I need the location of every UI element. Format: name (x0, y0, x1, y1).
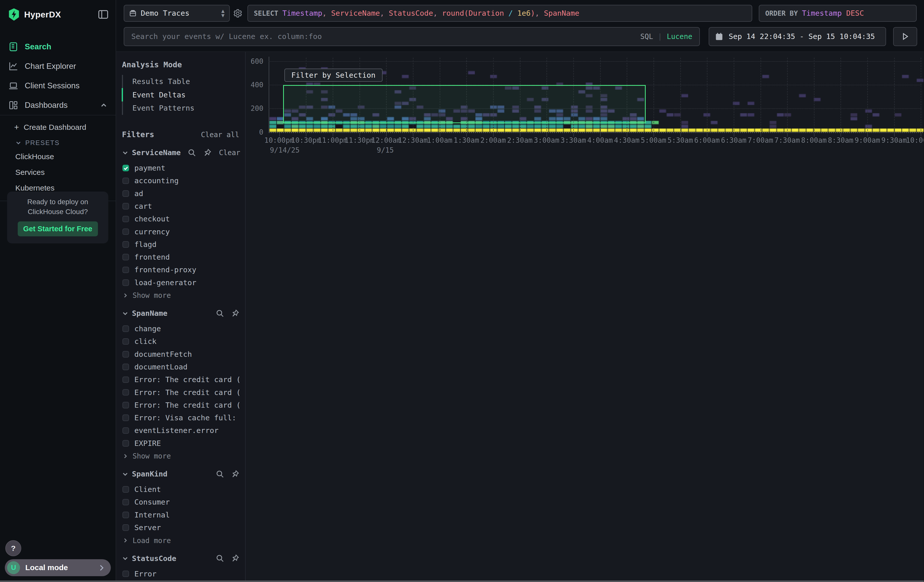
checkbox[interactable] (122, 414, 129, 421)
filter-option-expire[interactable]: EXPIRE (122, 437, 239, 450)
pin-icon[interactable] (231, 309, 239, 318)
clear-all-button[interactable]: Clear all (201, 130, 239, 139)
checkbox[interactable] (122, 364, 129, 370)
filter-option-error[interactable]: Error (122, 567, 239, 580)
sql-toggle[interactable]: SQL (640, 32, 653, 41)
filter-option-click[interactable]: click (122, 335, 239, 348)
checkbox[interactable] (122, 178, 129, 184)
checkbox[interactable] (122, 351, 129, 358)
gear-icon[interactable] (233, 8, 243, 18)
filter-option-eventlistener-error[interactable]: eventListener.error (122, 424, 239, 437)
horizontal-scrollbar[interactable] (0, 580, 924, 582)
run-query-button[interactable] (893, 27, 917, 46)
filter-option-error-visa-cache-full[interactable]: Error: Visa cache full: … (122, 411, 239, 424)
filter-option-frontend-proxy[interactable]: frontend-proxy (122, 264, 239, 276)
filter-by-selection-button[interactable]: Filter by Selection (284, 69, 383, 82)
chevron-down-icon[interactable] (122, 310, 129, 317)
chart-region: Filter by Selection 020040060010:00pm10:… (246, 52, 924, 582)
checkbox[interactable] (122, 267, 129, 273)
preset-item-services[interactable]: Services (0, 165, 116, 180)
checkbox[interactable] (122, 402, 129, 409)
checkbox[interactable] (122, 216, 129, 223)
show-more-button[interactable]: Show more (122, 450, 239, 460)
checkbox[interactable] (122, 376, 129, 383)
analysis-mode-event-deltas[interactable]: Event Deltas (123, 88, 239, 101)
load-more-button[interactable]: Load more (122, 534, 239, 544)
filter-option-client[interactable]: Client (122, 483, 239, 496)
checkbox[interactable] (122, 427, 129, 434)
sidebar-collapse-icon[interactable] (98, 9, 109, 20)
checkbox[interactable] (122, 512, 129, 518)
user-mode-pill[interactable]: U Local mode (5, 559, 111, 576)
filter-option-frontend[interactable]: frontend (122, 251, 239, 264)
analysis-mode-results-table[interactable]: Results Table (123, 75, 239, 88)
filter-option-cart[interactable]: cart (122, 200, 239, 213)
checkbox[interactable] (122, 524, 129, 531)
sidebar-item-client-sessions[interactable]: Client Sessions (0, 76, 116, 96)
filter-group-name[interactable]: SpanName (132, 309, 209, 318)
filter-option-documentfetch[interactable]: documentFetch (122, 348, 239, 361)
show-more-button[interactable]: Show more (122, 289, 239, 300)
sidebar-item-dashboards[interactable]: Dashboards (0, 96, 116, 115)
checkbox[interactable] (122, 338, 129, 345)
checkbox[interactable] (122, 389, 129, 396)
filter-option-internal[interactable]: Internal (122, 509, 239, 521)
filter-option-checkout[interactable]: checkout (122, 213, 239, 225)
chevron-down-icon[interactable] (122, 471, 129, 478)
checkbox[interactable] (122, 440, 129, 447)
filter-option-ad[interactable]: ad (122, 187, 239, 200)
filter-option-error-the-credit-card[interactable]: Error: The credit card (… (122, 373, 239, 386)
chart-selection-rect[interactable] (283, 85, 646, 123)
checkbox[interactable] (122, 279, 129, 286)
date-range-picker[interactable]: Sep 14 22:04:35 - Sep 15 10:04:35 (709, 27, 886, 46)
search-icon[interactable] (188, 148, 196, 157)
chevron-down-icon[interactable] (122, 555, 129, 562)
search-input[interactable]: Search your events w/ Lucene ex. column:… (124, 27, 700, 46)
filter-option-consumer[interactable]: Consumer (122, 496, 239, 508)
pin-icon[interactable] (231, 470, 239, 478)
filter-option-error-the-credit-card[interactable]: Error: The credit card (… (122, 399, 239, 411)
create-dashboard-button[interactable]: + Create Dashboard (0, 119, 116, 136)
order-by-input[interactable]: ORDER BY Timestamp DESC (759, 5, 917, 22)
filter-group-name[interactable]: ServiceName (132, 148, 181, 157)
pin-icon[interactable] (203, 148, 211, 157)
filter-option-flagd[interactable]: flagd (122, 238, 239, 251)
checkbox[interactable] (122, 229, 129, 235)
filter-group-name[interactable]: SpanKind (132, 470, 209, 478)
get-started-button[interactable]: Get Started for Free (18, 221, 98, 236)
checkbox[interactable] (122, 486, 129, 493)
checkbox[interactable] (122, 254, 129, 260)
search-icon[interactable] (216, 554, 224, 562)
filter-option-accounting[interactable]: accounting (122, 174, 239, 187)
checkbox[interactable] (122, 165, 129, 171)
help-button[interactable]: ? (5, 540, 21, 556)
checkbox[interactable] (122, 241, 129, 248)
filter-option-server[interactable]: Server (122, 521, 239, 534)
analysis-mode-event-patterns[interactable]: Event Patterns (123, 101, 239, 115)
filter-option-payment[interactable]: payment (122, 162, 239, 174)
search-icon[interactable] (216, 470, 224, 478)
filter-option-load-generator[interactable]: load-generator (122, 276, 239, 289)
duration-heatmap-chart[interactable]: Filter by Selection 020040060010:00pm10:… (246, 52, 924, 164)
filter-option-error-the-credit-card[interactable]: Error: The credit card (… (122, 386, 239, 399)
filter-option-currency[interactable]: currency (122, 225, 239, 238)
preset-item-clickhouse[interactable]: ClickHouse (0, 149, 116, 165)
pin-icon[interactable] (231, 554, 239, 562)
source-select[interactable]: Demo Traces ▲▼ (124, 5, 230, 22)
filter-group-clear-button[interactable]: Clear (219, 148, 240, 157)
sidebar-item-chart-explorer[interactable]: Chart Explorer (0, 57, 116, 76)
checkbox[interactable] (122, 325, 129, 332)
presets-toggle[interactable]: PRESETS (0, 136, 116, 149)
sql-select-input[interactable]: SELECT Timestamp, ServiceName, StatusCod… (248, 5, 752, 22)
checkbox[interactable] (122, 203, 129, 209)
checkbox[interactable] (122, 570, 129, 577)
search-icon[interactable] (216, 309, 224, 318)
sidebar-item-search[interactable]: Search (0, 37, 116, 57)
checkbox[interactable] (122, 190, 129, 197)
checkbox[interactable] (122, 499, 129, 506)
filter-option-documentload[interactable]: documentLoad (122, 361, 239, 373)
chevron-down-icon[interactable] (122, 150, 129, 156)
lucene-toggle[interactable]: Lucene (667, 32, 692, 41)
filter-group-name[interactable]: StatusCode (132, 554, 209, 563)
filter-option-change[interactable]: change (122, 322, 239, 335)
